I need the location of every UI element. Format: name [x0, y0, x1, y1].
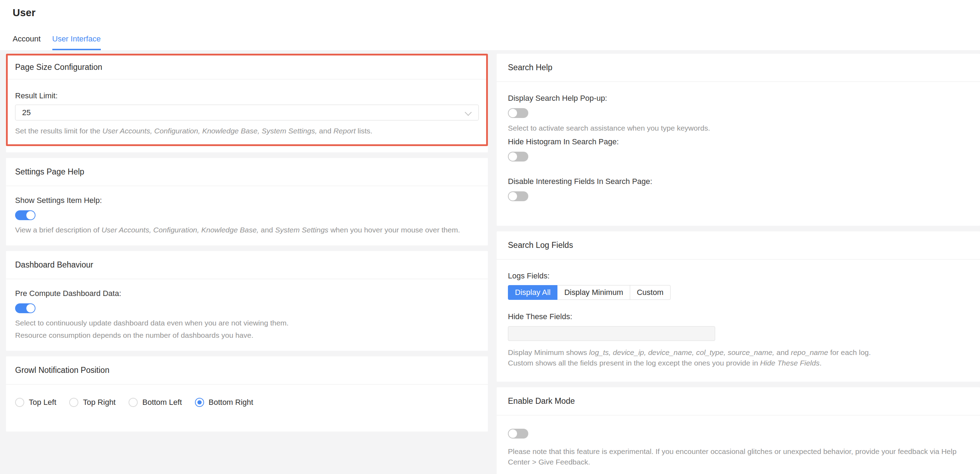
- card-growl-notification-position: Growl Notification Position Top Left Top…: [6, 356, 488, 431]
- settings-content: Page Size Configuration Result Limit: 25…: [0, 50, 980, 474]
- toggle-knob: [509, 109, 517, 117]
- card-dashboard-behaviour: Dashboard Behaviour Pre Compute Dashboar…: [6, 251, 488, 351]
- result-limit-select[interactable]: 25: [15, 105, 479, 121]
- radio-top-left[interactable]: Top Left: [15, 398, 56, 407]
- result-limit-value: 25: [22, 108, 30, 117]
- logs-fields-button-group: Display All Display Minimum Custom: [508, 285, 671, 300]
- card-title: Search Log Fields: [497, 231, 980, 259]
- display-search-help-popup-help: Select to activate search assistance whe…: [508, 124, 969, 132]
- toggle-knob: [26, 304, 35, 312]
- disable-interesting-fields-label: Disable Interesting Fields In Search Pag…: [508, 177, 969, 186]
- growl-position-radio-group: Top Left Top Right Bottom Left Bottom Ri…: [15, 398, 479, 407]
- log-fields-help-line1: Display Minimum shows log_ts, device_ip,…: [508, 347, 969, 358]
- card-title: Search Help: [497, 54, 980, 82]
- toggle-knob: [509, 153, 517, 161]
- left-column: Page Size Configuration Result Limit: 25…: [6, 54, 488, 437]
- display-all-button[interactable]: Display All: [508, 285, 557, 300]
- dashboard-help-line1: Select to continuously update dashboard …: [15, 318, 479, 327]
- toggle-knob: [26, 211, 35, 220]
- chevron-down-icon: [465, 109, 472, 116]
- radio-bottom-right[interactable]: Bottom Right: [195, 398, 253, 407]
- dashboard-help-line2: Resource consumption depends on the numb…: [15, 331, 479, 340]
- toggle-knob: [509, 192, 517, 200]
- result-limit-help: Set the results limit for the User Accou…: [15, 126, 479, 135]
- radio-icon: [69, 398, 78, 407]
- hide-these-fields-label: Hide These Fields:: [508, 312, 969, 321]
- hide-histogram-toggle[interactable]: [508, 152, 528, 162]
- pre-compute-dashboard-data-label: Pre Compute Dashboard Data:: [15, 289, 479, 298]
- dark-mode-help: Please note that this feature is experim…: [508, 446, 969, 467]
- display-search-help-popup-label: Display Search Help Pop-up:: [508, 94, 969, 103]
- hide-histogram-label: Hide Histogram In Search Page:: [508, 137, 969, 146]
- hide-these-fields-input[interactable]: [508, 326, 715, 341]
- card-title: Growl Notification Position: [6, 356, 488, 385]
- custom-button[interactable]: Custom: [630, 285, 671, 300]
- radio-bottom-left[interactable]: Bottom Left: [129, 398, 182, 407]
- display-minimum-button[interactable]: Display Minimum: [557, 285, 630, 300]
- result-limit-label: Result Limit:: [15, 91, 479, 100]
- card-settings-page-help: Settings Page Help Show Settings Item He…: [6, 158, 488, 245]
- card-search-log-fields: Search Log Fields Logs Fields: Display A…: [497, 231, 980, 382]
- card-title: Dashboard Behaviour: [6, 251, 488, 279]
- tab-account[interactable]: Account: [13, 34, 41, 50]
- tab-user-interface[interactable]: User Interface: [52, 34, 101, 50]
- card-title: Page Size Configuration: [8, 56, 486, 80]
- card-enable-dark-mode: Enable Dark Mode Please note that this f…: [497, 387, 980, 474]
- card-page-size-configuration: Page Size Configuration Result Limit: 25…: [6, 54, 488, 153]
- show-settings-item-help-label: Show Settings Item Help:: [15, 196, 479, 205]
- display-search-help-popup-toggle[interactable]: [508, 108, 528, 118]
- log-fields-help-line2: Custom shows all the fields present in t…: [508, 358, 969, 368]
- page-header: User Account User Interface: [0, 0, 980, 50]
- radio-icon: [195, 398, 204, 407]
- radio-icon: [15, 398, 24, 407]
- disable-interesting-fields-toggle[interactable]: [508, 191, 528, 201]
- logs-fields-label: Logs Fields:: [508, 271, 969, 280]
- highlight-border: Page Size Configuration Result Limit: 25…: [6, 54, 488, 146]
- radio-top-right[interactable]: Top Right: [69, 398, 116, 407]
- page-title: User: [13, 7, 35, 19]
- card-search-help: Search Help Display Search Help Pop-up: …: [497, 54, 980, 226]
- card-title: Settings Page Help: [6, 158, 488, 186]
- right-column: Search Help Display Search Help Pop-up: …: [497, 54, 980, 474]
- tab-bar: Account User Interface: [13, 34, 101, 50]
- pre-compute-dashboard-data-toggle[interactable]: [15, 303, 35, 313]
- show-settings-item-help-help: View a brief description of User Account…: [15, 226, 479, 234]
- card-title: Enable Dark Mode: [497, 387, 980, 415]
- toggle-knob: [509, 429, 517, 438]
- radio-icon: [129, 398, 138, 407]
- enable-dark-mode-toggle[interactable]: [508, 429, 528, 439]
- show-settings-item-help-toggle[interactable]: [15, 210, 35, 220]
